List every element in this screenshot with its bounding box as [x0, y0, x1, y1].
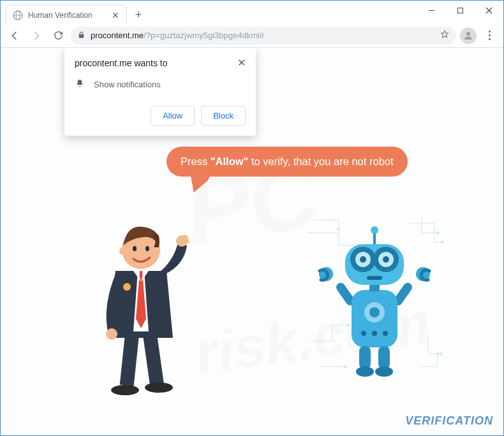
- svg-point-12: [145, 382, 173, 393]
- lock-icon: [77, 31, 85, 41]
- bookmark-star-icon[interactable]: [440, 29, 450, 41]
- verification-footer-label: VERIFICATION: [405, 414, 493, 428]
- svg-rect-10: [143, 333, 164, 386]
- svg-point-39: [383, 331, 388, 336]
- new-tab-button[interactable]: +: [130, 6, 147, 24]
- svg-point-22: [337, 228, 340, 231]
- reload-button[interactable]: [49, 27, 67, 45]
- svg-point-36: [369, 307, 380, 317]
- svg-point-20: [123, 283, 131, 291]
- svg-rect-7: [79, 34, 84, 37]
- svg-rect-51: [359, 346, 371, 369]
- notification-permission-dialog: procontent.me wants to ✕ Show notificati…: [64, 48, 256, 136]
- svg-point-46: [360, 256, 366, 263]
- svg-point-23: [441, 241, 443, 243]
- svg-point-17: [119, 247, 127, 255]
- svg-rect-4: [458, 8, 463, 13]
- tab-strip: Human Verification ✕ +: [1, 1, 503, 24]
- browser-tab[interactable]: Human Verification ✕: [6, 4, 127, 25]
- page-content: PC risk.com procontent.me wants to ✕ Sho…: [1, 48, 503, 435]
- tab-close-icon[interactable]: ✕: [111, 11, 120, 20]
- window-minimize-button[interactable]: [417, 1, 446, 20]
- svg-point-13: [106, 328, 117, 340]
- svg-point-54: [375, 367, 393, 377]
- profile-avatar[interactable]: [460, 27, 477, 44]
- window-maximize-button[interactable]: [446, 1, 475, 20]
- back-button[interactable]: [6, 27, 24, 45]
- svg-point-25: [347, 324, 350, 326]
- svg-point-28: [436, 352, 439, 355]
- browser-menu-button[interactable]: [480, 31, 498, 40]
- speech-bubble: Press "Allow" to verify, that you are no…: [167, 147, 408, 177]
- svg-point-37: [361, 331, 366, 336]
- svg-rect-52: [378, 346, 390, 369]
- tab-title: Human Verification: [28, 11, 106, 20]
- browser-toolbar: procontent.me/?p=guztazjwmy5gi3bpge4dkmi…: [1, 24, 503, 48]
- svg-point-53: [356, 367, 374, 377]
- svg-rect-9: [120, 334, 139, 386]
- window-close-button[interactable]: [475, 1, 503, 20]
- address-text: procontent.me/?p=guztazjwmy5gi3bpge4dkmi…: [91, 31, 434, 40]
- svg-point-11: [111, 385, 139, 395]
- svg-point-47: [383, 256, 389, 263]
- svg-point-49: [371, 226, 378, 234]
- svg-point-26: [440, 352, 442, 355]
- permission-close-icon[interactable]: ✕: [237, 58, 246, 68]
- forward-button[interactable]: [27, 27, 45, 45]
- svg-point-19: [145, 246, 149, 251]
- svg-point-24: [436, 231, 439, 234]
- svg-point-27: [344, 365, 346, 368]
- window-controls: [417, 1, 503, 24]
- businessman-illustration: [77, 210, 205, 402]
- robot-illustration: [300, 214, 447, 392]
- tab-favicon-icon: [13, 10, 23, 20]
- svg-rect-50: [367, 276, 382, 280]
- allow-button[interactable]: Allow: [151, 106, 195, 126]
- permission-title: procontent.me wants to: [75, 58, 168, 68]
- svg-point-18: [133, 246, 137, 251]
- browser-window: Human Verification ✕ +: [0, 0, 504, 436]
- svg-point-38: [372, 331, 377, 336]
- bell-icon: [75, 78, 85, 91]
- block-button[interactable]: Block: [201, 106, 246, 126]
- permission-item: Show notifications: [94, 80, 161, 89]
- svg-point-8: [466, 32, 470, 36]
- address-bar[interactable]: procontent.me/?p=guztazjwmy5gi3bpge4dkmi…: [71, 27, 456, 45]
